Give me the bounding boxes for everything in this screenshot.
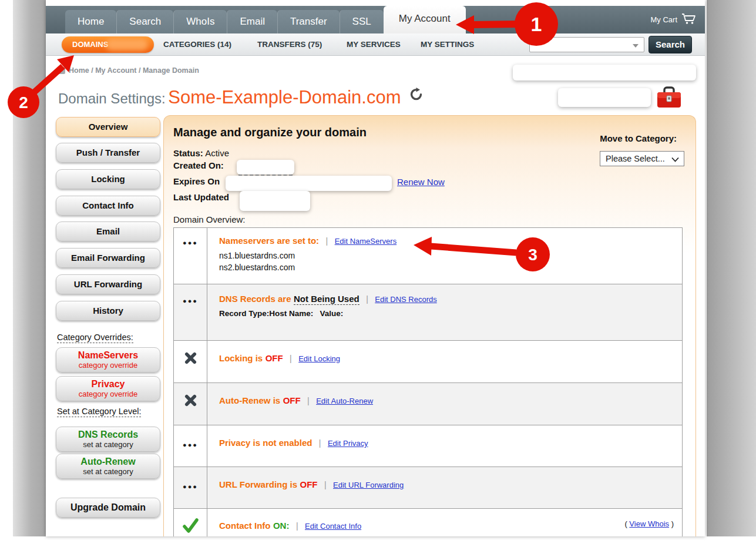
nav-tabs: Home Search WhoIs Email Transfer SSL My …: [65, 6, 466, 33]
subnav-categories[interactable]: CATEGORIES (14): [163, 33, 231, 56]
domain-overview-table: ●●● Nameservers are set to: | Edit NameS…: [173, 227, 683, 536]
sidebar-item-contact-info[interactable]: Contact Info: [56, 196, 160, 216]
category-select[interactable]: Please Select...: [600, 151, 684, 166]
toolbox-icon[interactable]: [656, 86, 683, 112]
table-row-dns-records: ●●● DNS Records are Not Being Used | Edi…: [174, 284, 682, 340]
override-subtitle: category override: [56, 390, 160, 398]
my-cart-label: My Cart: [651, 15, 678, 24]
account-sub-navigation: DOMAINS CATEGORIES (14) TRANSFERS (75) M…: [46, 33, 705, 56]
outer-margin-right: [707, 0, 756, 536]
dots-icon: ●●●: [174, 467, 207, 508]
edit-auto-renew-link[interactable]: Edit Auto-Renew: [316, 397, 373, 405]
edit-nameservers-link[interactable]: Edit NameServers: [335, 237, 397, 246]
last-updated-line: Last Updated: [173, 192, 229, 202]
subnav-transfers[interactable]: TRANSFERS (75): [257, 33, 322, 56]
category-title: DNS Records: [56, 429, 160, 440]
table-row-url-forwarding: ●●● URL Forwarding is OFF | Edit URL For…: [174, 467, 682, 508]
breadcrumb[interactable]: Home / My Account / Manage Domain: [58, 66, 199, 75]
edit-contact-info-link[interactable]: Edit Contact Info: [305, 522, 361, 531]
sidebar-item-privacy-override[interactable]: Privacy category override: [56, 376, 160, 401]
override-title: NameServers: [56, 350, 160, 361]
set-at-category-heading[interactable]: Set at Category Level:: [57, 407, 141, 416]
screenshot-root: Home Search WhoIs Email Transfer SSL My …: [0, 0, 756, 547]
edit-locking-link[interactable]: Edit Locking: [298, 354, 340, 363]
override-title: Privacy: [56, 378, 160, 390]
nav-tab-my-account[interactable]: My Account: [384, 6, 466, 33]
nav-tab-search[interactable]: Search: [116, 10, 173, 33]
domain-name: Some-Example-Domain.com: [168, 87, 401, 108]
category-overrides-heading[interactable]: Category Overrides:: [57, 333, 133, 342]
domains-label: DOMAINS: [72, 40, 108, 49]
page-title: Domain Settings: Some-Example-Domain.com: [58, 87, 423, 108]
sidebar-item-url-forwarding[interactable]: URL Forwarding: [56, 274, 160, 294]
sidebar-item-push-transfer[interactable]: Push / Transfer: [56, 143, 160, 163]
nav-tab-ssl[interactable]: SSL: [340, 10, 384, 33]
nav-tab-email[interactable]: Email: [227, 10, 277, 33]
chevron-down-icon: [671, 157, 679, 162]
sidebar-item-auto-renew-category[interactable]: Auto-Renew set at category: [56, 454, 160, 479]
redacted-domain-count: [106, 39, 148, 51]
category-subtitle: set at category: [56, 467, 160, 476]
domain-overview-label: Domain Overview:: [173, 214, 246, 224]
override-subtitle: category override: [56, 361, 160, 370]
created-line: Created On:: [173, 160, 224, 170]
row-title: Contact Info: [219, 521, 271, 531]
status-off: OFF: [266, 353, 283, 363]
nav-tab-whois[interactable]: WhoIs: [173, 10, 227, 33]
table-row-auto-renew: Auto-Renew is OFF | Edit Auto-Renew: [174, 382, 682, 425]
sidebar-item-history[interactable]: History: [56, 301, 160, 321]
edit-dns-records-link[interactable]: Edit DNS Records: [375, 295, 436, 304]
redacted-box-title-right: [558, 88, 651, 107]
expires-line: Expires On: [173, 176, 220, 186]
dropdown-arrow-icon: [633, 44, 639, 48]
renew-now-link[interactable]: Renew Now: [397, 177, 445, 187]
table-row-nameservers: ●●● Nameservers are set to: | Edit NameS…: [174, 228, 682, 284]
dots-icon: ●●●: [174, 425, 207, 467]
page: Home Search WhoIs Email Transfer SSL My …: [46, 0, 705, 536]
nav-tab-transfer[interactable]: Transfer: [277, 10, 340, 33]
refresh-icon[interactable]: [409, 88, 423, 103]
status-value: Active: [205, 148, 229, 158]
table-row-contact-info: Contact Info ON: | Edit Contact Info ( V…: [174, 508, 682, 536]
sidebar-item-upgrade-domain[interactable]: Upgrade Domain: [56, 498, 160, 518]
category-title: Auto-Renew: [56, 456, 160, 467]
nameserver-1: ns1.bluestardns.com: [219, 250, 682, 261]
edit-privacy-link[interactable]: Edit Privacy: [328, 439, 368, 448]
outer-margin-left: [13, 0, 46, 536]
status-on: ON:: [273, 521, 290, 531]
dns-record-columns: Record Type:Host Name: Value:: [219, 309, 682, 318]
sidebar-item-email-forwarding[interactable]: Email Forwarding: [56, 248, 160, 268]
row-title: URL Forwarding is: [219, 479, 297, 489]
move-to-category-label: Move to Category:: [600, 133, 677, 143]
row-title-emphasis: Not Being Used: [294, 294, 359, 305]
row-title: Auto-Renew is: [219, 395, 280, 405]
subnav-my-services[interactable]: MY SERVICES: [347, 33, 401, 56]
search-button[interactable]: Search: [649, 36, 692, 53]
nav-tab-home[interactable]: Home: [65, 10, 116, 33]
my-cart-button[interactable]: My Cart: [651, 6, 697, 33]
breadcrumb-home-icon: [58, 67, 65, 74]
dots-icon: ●●●: [174, 284, 207, 340]
category-subtitle: set at category: [56, 440, 160, 449]
status-off: OFF: [300, 479, 318, 489]
subnav-my-settings[interactable]: MY SETTINGS: [421, 33, 474, 56]
redacted-created-date: [237, 160, 294, 174]
subnav-domains-button[interactable]: DOMAINS: [62, 36, 154, 53]
x-icon: [174, 383, 207, 425]
sidebar-item-overview[interactable]: Overview: [56, 117, 160, 137]
breadcrumb-path: Home / My Account / Manage Domain: [69, 66, 199, 75]
sidebar-item-locking[interactable]: Locking: [56, 169, 160, 189]
sidebar-item-dns-records-category[interactable]: DNS Records set at category: [56, 427, 160, 452]
sidebar-item-nameservers-override[interactable]: NameServers category override: [56, 347, 160, 373]
title-prefix: Domain Settings:: [58, 90, 166, 106]
domain-search-dropdown[interactable]: [529, 37, 644, 52]
sidebar-item-email[interactable]: Email: [56, 222, 160, 241]
row-title: DNS Records are: [219, 294, 291, 304]
category-select-value: Please Select...: [606, 154, 665, 163]
table-row-locking: Locking is OFF | Edit Locking: [174, 340, 682, 382]
nameserver-2: ns2.bluestardns.com: [219, 261, 682, 273]
table-row-privacy: ●●● Privacy is not enabled | Edit Privac…: [174, 425, 682, 467]
edit-url-forwarding-link[interactable]: Edit URL Forwarding: [333, 481, 404, 489]
view-whois: ( View Whois ): [624, 519, 674, 528]
view-whois-link[interactable]: View Whois: [629, 519, 669, 528]
